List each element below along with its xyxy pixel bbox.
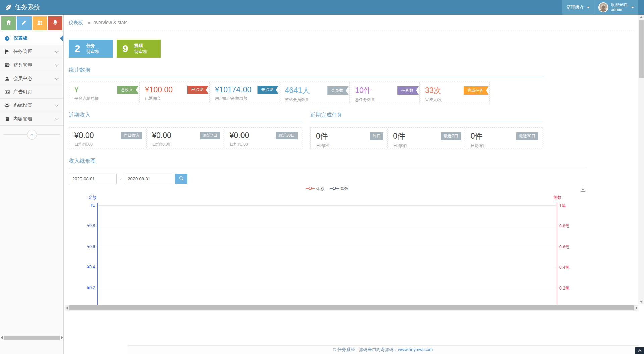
end-date-input[interactable]: [124, 174, 172, 184]
left-tick: ¥0.6: [69, 244, 95, 249]
start-date-input[interactable]: [69, 174, 117, 184]
stat-label: 整站会员数量: [285, 97, 349, 103]
clear-cache-label: 清理缓存: [567, 4, 584, 10]
income-average: 日均¥0.00: [152, 142, 220, 147]
scroll-left-icon[interactable]: [1, 336, 3, 339]
tasks-average: 日均0件: [316, 143, 383, 149]
ribbon-badge: 未提现: [257, 86, 278, 94]
gridline: [98, 226, 557, 226]
home-shortcut-button[interactable]: [1, 16, 16, 30]
right-tick: 0.4笔: [559, 265, 569, 270]
vertical-scrollbar[interactable]: [638, 15, 644, 304]
sidebar-item-label: 任务管理: [13, 49, 32, 55]
period-badge: 最近7日: [200, 132, 220, 139]
income-30days: ¥0.00最近30日 日均¥0.00: [224, 128, 302, 149]
username: admin: [611, 7, 622, 12]
main-area: 仪表板 » overview & stats 2 任务 待审核 9 提现: [64, 15, 638, 354]
scrollbar-thumb[interactable]: [4, 336, 60, 340]
breadcrumb-home[interactable]: 仪表板: [69, 20, 83, 25]
stats-box: ¥总收入 平台充值总额 ¥100.00已提现 已返佣金 ¥10174.00未提现…: [69, 82, 490, 103]
chart-legend-row: 金额 笔数: [69, 186, 638, 193]
legend-amount[interactable]: 金额: [306, 186, 324, 192]
stat-completed: 33次完成任务 完成人/次: [419, 82, 489, 103]
left-tick: ¥0.8: [69, 223, 95, 228]
sidebar-item-content[interactable]: 内容管理: [0, 112, 63, 126]
pending-tasks-tile[interactable]: 2 任务 待审核: [69, 40, 113, 58]
stat-label: 总任务数量: [355, 97, 419, 103]
sidebar-item-label: 广告幻灯: [13, 89, 32, 95]
ribbon-badge: 完成任务: [464, 86, 489, 95]
sidebar-collapse-button[interactable]: «: [27, 130, 37, 140]
clear-cache-button[interactable]: 清理缓存: [562, 0, 594, 15]
sidebar-item-tasks[interactable]: 任务管理: [0, 45, 63, 58]
sidebar-item-dashboard[interactable]: 仪表板: [0, 32, 63, 45]
image-icon: [4, 89, 10, 95]
page: 任务系统 清理缓存 欢迎光临, admin: [0, 0, 644, 354]
book-icon: [4, 116, 10, 122]
scrollbar-thumb[interactable]: [639, 20, 644, 78]
legend-count[interactable]: 笔数: [330, 186, 348, 192]
tile-subtitle: 待审核: [134, 49, 147, 54]
stat-label: 平台充值总额: [74, 96, 139, 101]
edit-shortcut-button[interactable]: [17, 16, 31, 30]
leaf-icon: [5, 4, 12, 11]
period-badge: 最近30日: [276, 132, 298, 139]
gauge-icon: [4, 35, 10, 41]
tasks-30days: 0件最近30日 日均0件: [465, 128, 542, 149]
tile-count: 2: [69, 43, 86, 54]
summary-tiles: 2 任务 待审核 9 提现 待审核: [69, 40, 638, 58]
tasks-yesterday: 0件昨日 日均0件: [311, 128, 387, 149]
scroll-right-icon[interactable]: [61, 336, 63, 339]
sidebar-item-finance[interactable]: 财务管理: [0, 58, 63, 72]
scroll-left-icon[interactable]: [66, 306, 68, 310]
sidebar-item-label: 内容管理: [13, 116, 32, 122]
scroll-down-button[interactable]: [638, 299, 644, 304]
tasks-value: 0件: [393, 131, 405, 141]
notifications-shortcut-button[interactable]: [48, 16, 62, 30]
left-tick: ¥1: [69, 203, 95, 208]
right-axis-title: 笔数: [547, 195, 568, 201]
sidebar-item-members[interactable]: 会员中心: [0, 72, 63, 85]
active-indicator: [60, 35, 63, 42]
header-right: 清理缓存 欢迎光临, admin: [562, 0, 638, 15]
income-average: 日均¥0.00: [74, 142, 142, 147]
hdd-icon: [4, 62, 10, 68]
flag-icon: [4, 49, 10, 54]
users-shortcut-button[interactable]: [33, 16, 47, 30]
chart-horizontal-scrollbar[interactable]: [65, 305, 638, 311]
recent-row: 近期收入 ¥0.00昨日收入 日均¥0.00 ¥0.00最近7日 日均¥0.00…: [69, 112, 638, 149]
pending-withdrawals-tile[interactable]: 9 提现 待审核: [117, 40, 161, 58]
scrollbar-thumb[interactable]: [69, 305, 634, 310]
chart-legend: 金额 笔数: [97, 186, 557, 192]
left-tick: ¥0.4: [69, 265, 95, 269]
income-yesterday: ¥0.00昨日收入 日均¥0.00: [69, 128, 146, 149]
tile-title: 提现: [134, 43, 143, 48]
app-header: 任务系统 清理缓存 欢迎光临, admin: [0, 0, 644, 15]
sidebar-horizontal-scrollbar[interactable]: [0, 335, 64, 340]
sidebar-item-banners[interactable]: 广告幻灯: [0, 85, 63, 99]
sidebar-shortcuts: [0, 15, 63, 32]
footer-copyright: © 任务系统 - 源码来自阿奇源码：: [333, 347, 398, 352]
back-to-top-button[interactable]: [635, 347, 644, 354]
income-value: ¥0.00: [152, 131, 171, 140]
scroll-up-icon: [640, 16, 643, 18]
footer-link[interactable]: www.hnymwl.com: [398, 347, 433, 352]
income-line-chart: 金额 笔数 ¥1 ¥0.8 ¥0.6 ¥0.4 ¥0.2 1笔 0.8笔 0.6…: [69, 194, 637, 305]
ribbon-badge: 任务数: [397, 86, 419, 95]
scroll-right-icon[interactable]: [636, 306, 638, 310]
income-value: ¥0.00: [230, 131, 249, 140]
stat-value: ¥10174.00: [215, 85, 252, 94]
search-button[interactable]: [175, 174, 187, 184]
tile-title: 任务: [86, 43, 95, 48]
sidebar-item-settings[interactable]: 系统设置: [0, 99, 63, 112]
stats-section-title: 统计数据: [69, 67, 544, 77]
chart-section: 收入线形图: [69, 158, 587, 168]
scroll-up-button[interactable]: [638, 15, 644, 20]
ribbon-badge: 会员数: [327, 86, 348, 95]
stat-value: ¥100.00: [145, 85, 173, 94]
stat-task-count: 10件任务数 总任务数量: [349, 82, 419, 103]
pencil-icon: [21, 19, 27, 27]
user-menu[interactable]: 欢迎光临, admin: [594, 0, 638, 15]
download-icon[interactable]: [580, 186, 586, 194]
line-marker-icon: [306, 186, 315, 191]
